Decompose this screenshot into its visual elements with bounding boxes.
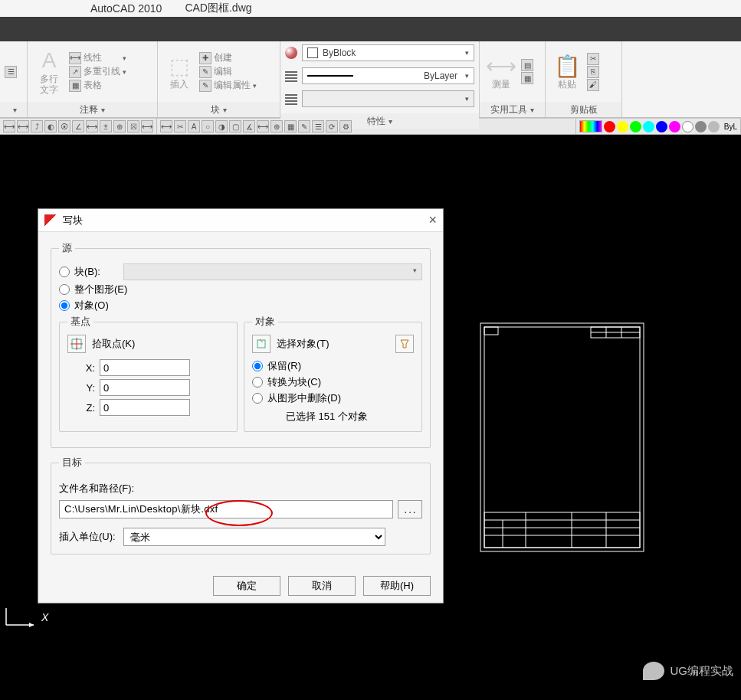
path-label: 文件名和路径(F):	[59, 482, 422, 496]
color-gray[interactable]	[695, 121, 707, 132]
tool-icon-7[interactable]: ∡	[243, 120, 255, 132]
path-input[interactable]	[59, 500, 393, 518]
radio-entire-row[interactable]: 整个图形(E)	[59, 283, 422, 296]
radio-objects[interactable]	[59, 300, 70, 311]
block-title[interactable]: 块	[158, 102, 280, 117]
ok-button[interactable]: 确定	[213, 576, 280, 596]
clipboard-title[interactable]: 剪贴板	[546, 102, 621, 117]
svg-marker-16	[29, 623, 34, 627]
color-red[interactable]	[604, 121, 615, 132]
measure-button[interactable]: ⟷ 测量	[484, 54, 518, 90]
dim-icon-6[interactable]: ∠	[72, 120, 84, 132]
file-name: CAD图框.dwg	[185, 2, 251, 15]
radio-block-row[interactable]: 块(B): ▾	[59, 263, 422, 280]
mleader-icon: ↗	[69, 66, 81, 78]
tool-icon-1[interactable]: ⟷	[160, 120, 172, 132]
plotstyle-icon[interactable]	[285, 93, 297, 105]
secondary-toolbar: ⟷ ⟷ ⤴ ◐ ⦿ ∠ ⟷ ± ⊕ ☒ ⟷ ⟷ ✂ A ○ ◑ ▢ ∡ ⟷ ⊕ …	[0, 118, 741, 135]
tool-icon-3[interactable]: A	[188, 120, 200, 132]
cancel-button[interactable]: 取消	[288, 576, 356, 596]
radio-retain[interactable]	[252, 361, 263, 371]
tool-icon-2[interactable]: ✂	[174, 120, 186, 132]
cut-icon[interactable]: ✂	[587, 53, 599, 65]
svg-rect-0	[480, 323, 644, 551]
dim-icon-8[interactable]: ±	[100, 120, 112, 132]
tool-icon-11[interactable]: ✎	[298, 120, 310, 132]
tool-icon-5[interactable]: ◑	[215, 120, 228, 132]
mtext-button[interactable]: A 多行 文字	[32, 47, 66, 95]
dim-icon-11[interactable]: ⟷	[141, 120, 153, 132]
y-input[interactable]	[100, 379, 190, 396]
copy-icon[interactable]: ⎘	[587, 66, 599, 78]
browse-button[interactable]: ...	[398, 500, 422, 518]
dim-icon-1[interactable]: ⟷	[3, 120, 15, 132]
dim-icon-3[interactable]: ⤴	[31, 120, 43, 132]
radio-entire[interactable]	[59, 284, 70, 295]
color-picker-icon[interactable]	[579, 120, 602, 132]
x-input[interactable]	[100, 359, 190, 376]
help-button[interactable]: 帮助(H)	[363, 576, 431, 596]
panel-title[interactable]	[0, 102, 27, 117]
bylayer-label: ByL	[724, 123, 737, 131]
tool-icon-10[interactable]: ▦	[284, 120, 297, 132]
wechat-icon	[643, 662, 664, 680]
color-wheel-icon[interactable]	[285, 47, 297, 59]
paste-button[interactable]: 📋 粘贴	[550, 54, 584, 90]
dialog-title: 写块	[63, 214, 83, 227]
table-button[interactable]: ▦表格	[69, 79, 126, 92]
dim-icon-9[interactable]: ⊕	[113, 120, 126, 132]
linear-dim-button[interactable]: ⟷线性 ▾	[69, 51, 126, 64]
unit-select[interactable]: 毫米	[123, 528, 385, 546]
lineweight-select[interactable]: ▾	[302, 90, 474, 107]
tool-icon-13[interactable]: ⟳	[326, 120, 338, 132]
block-name-select[interactable]: ▾	[123, 263, 422, 280]
draworder-icon[interactable]: ☰	[5, 66, 17, 78]
utility-title[interactable]: 实用工具	[480, 102, 545, 117]
radio-objects-row[interactable]: 对象(O)	[59, 299, 422, 312]
edit-block-button[interactable]: ✎编辑	[199, 65, 257, 78]
pick-point-button[interactable]	[67, 335, 86, 353]
dim-icon-7[interactable]: ⟷	[86, 120, 98, 132]
radio-convert[interactable]	[252, 377, 263, 388]
color-white[interactable]	[682, 121, 693, 132]
objects-legend: 对象	[252, 315, 278, 329]
dim-icon-2[interactable]: ⟷	[17, 120, 29, 132]
color-green[interactable]	[630, 121, 641, 132]
mleader-button[interactable]: ↗多重引线 ▾	[69, 65, 126, 78]
dialog-titlebar[interactable]: 写块 ×	[38, 209, 443, 232]
dim-icon-5[interactable]: ⦿	[58, 120, 70, 132]
tool-icon-14[interactable]: ⚙	[339, 120, 352, 132]
quickselect-icon[interactable]: ▤	[521, 59, 533, 71]
calc-icon[interactable]: ▦	[521, 72, 533, 84]
select-objects-button[interactable]	[252, 335, 270, 353]
dim-icon-10[interactable]: ☒	[127, 120, 139, 132]
linear-dim-icon: ⟷	[69, 52, 81, 64]
color-lightgray[interactable]	[708, 121, 720, 132]
wblock-dialog: 写块 × 源 块(B): ▾ 整个图形(E) 对象(O) 基点	[38, 208, 444, 604]
color-yellow[interactable]	[617, 121, 628, 132]
tool-icon-8[interactable]: ⟷	[257, 120, 269, 132]
match-icon[interactable]: 🖌	[587, 79, 599, 91]
color-cyan[interactable]	[643, 121, 654, 132]
lineweight-icon[interactable]	[285, 70, 297, 82]
z-input[interactable]	[100, 399, 190, 416]
linetype-select[interactable]: ByLayer▾	[302, 67, 474, 84]
tool-icon-12[interactable]: ☰	[312, 120, 324, 132]
create-block-button[interactable]: ✚创建	[199, 51, 257, 64]
svg-rect-14	[484, 327, 498, 335]
tool-icon-9[interactable]: ⊕	[270, 120, 283, 132]
close-button[interactable]: ×	[428, 212, 437, 228]
ucs-icon: X	[0, 607, 48, 628]
quickselect-button[interactable]	[395, 335, 414, 353]
radio-block[interactable]	[59, 267, 70, 277]
tool-icon-4[interactable]: ○	[202, 120, 214, 132]
edit-attr-button[interactable]: ✎编辑属性 ▾	[199, 79, 257, 92]
radio-delete[interactable]	[252, 393, 263, 404]
annotate-title[interactable]: 注释	[28, 102, 157, 117]
color-blue[interactable]	[656, 121, 667, 132]
dim-icon-4[interactable]: ◐	[44, 120, 57, 132]
insert-button[interactable]: ⬚ 插入	[162, 54, 196, 90]
tool-icon-6[interactable]: ▢	[229, 120, 241, 132]
color-magenta[interactable]	[669, 121, 680, 132]
color-select[interactable]: ByBlock▾	[302, 44, 474, 61]
